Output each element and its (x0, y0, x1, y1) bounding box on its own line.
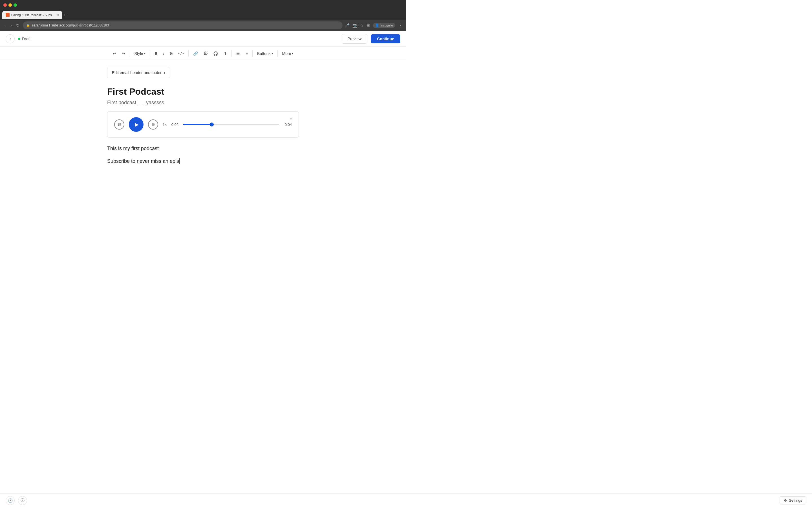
bold-icon: B (155, 51, 158, 56)
editor-area: Edit email header and footer › First Pod… (0, 60, 406, 240)
text-cursor (179, 158, 181, 164)
audio-progress-thumb (210, 122, 214, 126)
redo-icon: ↪ (122, 51, 125, 56)
buttons-chevron-icon: ▾ (271, 52, 273, 55)
nav-forward-btn[interactable]: › (9, 22, 13, 29)
audio-button[interactable]: 🎧 (211, 50, 220, 57)
close-light[interactable] (3, 3, 7, 7)
more-dropdown[interactable]: More ▾ (280, 50, 296, 57)
continue-button[interactable]: Continue (371, 34, 400, 43)
active-tab[interactable]: Editing "First Podcast" - Subs... × (2, 11, 62, 19)
play-button[interactable]: ▶ (129, 117, 144, 132)
fullscreen-light[interactable] (13, 3, 17, 7)
toolbar-sep-4 (232, 50, 232, 57)
post-subtitle[interactable]: First podcast ..... yasssss (107, 100, 299, 106)
image-button[interactable]: 🖼 (201, 50, 210, 57)
bookmark-icon[interactable]: ☆ (360, 23, 364, 27)
post-body-text2: Subscribe to never miss an epis (107, 158, 179, 164)
split-screen-icon[interactable]: ⊞ (366, 23, 370, 27)
forward-label: 30 (151, 123, 154, 126)
audio-icon: 🎧 (213, 51, 218, 56)
back-icon: ‹ (9, 36, 11, 41)
speed-button[interactable]: 1× (163, 122, 167, 127)
profile-btn[interactable]: 👤 Incognito (373, 23, 395, 28)
browser-actions: 🎤 📷 ☆ ⊞ 👤 Incognito ⋮ (345, 23, 403, 28)
bold-button[interactable]: B (153, 50, 160, 57)
toolbar-sep-5 (252, 50, 253, 57)
strikethrough-icon: S (170, 51, 172, 56)
audio-player: 15 ▶ 30 1× 0:02 - (107, 111, 299, 138)
audio-player-wrapper: 15 ▶ 30 1× 0:02 - (107, 111, 299, 138)
editor-inner: Edit email header and footer › First Pod… (107, 67, 299, 170)
edit-header-chevron-icon: › (164, 70, 165, 75)
edit-email-header-button[interactable]: Edit email header and footer › (107, 67, 170, 78)
upload-icon: ⬆ (223, 51, 227, 56)
draft-status-dot (18, 38, 20, 40)
minimize-light[interactable] (8, 3, 12, 7)
address-bar-row: ‹ › ↻ sarahjonas1.substack.com/publish/p… (0, 20, 406, 31)
preview-button[interactable]: Preview (342, 34, 368, 44)
more-label: More (282, 51, 291, 56)
toolbar-sep-3 (188, 50, 189, 57)
draft-badge: Draft (18, 37, 31, 41)
post-title[interactable]: First Podcast (107, 86, 299, 97)
strikethrough-button[interactable]: S (168, 50, 175, 57)
back-button[interactable]: ‹ (6, 34, 15, 43)
camera-icon[interactable]: 📷 (352, 23, 357, 27)
forward-button[interactable]: 30 (148, 119, 158, 129)
image-icon: 🖼 (204, 51, 207, 56)
link-button[interactable]: 🔗 (191, 50, 200, 57)
ol-icon: ≡ (246, 51, 248, 56)
post-body-line2[interactable]: Subscribe to never miss an epis (107, 157, 299, 165)
toolbar-sep-6 (277, 50, 278, 57)
buttons-label: Buttons (257, 51, 270, 56)
audio-progress-bar[interactable] (183, 124, 279, 125)
ul-icon: ☰ (236, 51, 240, 56)
upload-button[interactable]: ⬆ (221, 50, 229, 57)
link-icon: 🔗 (193, 51, 198, 56)
traffic-lights (3, 3, 17, 7)
code-icon: </> (178, 52, 184, 55)
nav-back-btn[interactable]: ‹ (3, 22, 7, 29)
italic-icon: I (163, 51, 164, 56)
tab-close-btn[interactable]: × (57, 13, 59, 17)
more-chevron-icon: ▾ (292, 52, 293, 55)
style-chevron-icon: ▾ (144, 52, 146, 55)
browser-menu-icon[interactable]: ⋮ (398, 23, 403, 28)
new-tab-btn[interactable]: + (63, 12, 66, 17)
mic-icon[interactable]: 🎤 (345, 23, 350, 27)
audio-progress-fill (183, 124, 212, 125)
tab-favicon (6, 13, 10, 17)
code-button[interactable]: </> (176, 50, 186, 57)
redo-button[interactable]: ↪ (119, 50, 128, 57)
play-icon: ▶ (135, 121, 139, 128)
style-dropdown[interactable]: Style ▾ (132, 50, 148, 57)
audio-time-current: 0:02 (171, 122, 179, 127)
rewind-label: 15 (117, 123, 121, 126)
address-bar[interactable]: sarahjonas1.substack.com/publish/post/11… (23, 21, 343, 29)
tab-bar: Editing "First Podcast" - Subs... × + (0, 10, 406, 20)
profile-icon: 👤 (375, 23, 379, 27)
undo-button[interactable]: ↩ (110, 50, 118, 57)
nav-reload-btn[interactable]: ↻ (15, 22, 20, 29)
buttons-dropdown[interactable]: Buttons ▾ (255, 50, 275, 57)
undo-icon: ↩ (113, 51, 116, 56)
profile-label: Incognito (380, 24, 393, 27)
editor-toolbar: ↩ ↪ Style ▾ B I S </> 🔗 🖼 🎧 ⬆ ☰ ≡ Button… (0, 47, 406, 60)
browser-traffic-lights (0, 0, 406, 10)
address-text: sarahjonas1.substack.com/publish/post/11… (32, 23, 109, 27)
toolbar-sep-2 (150, 50, 150, 57)
tab-title: Editing "First Podcast" - Subs... (11, 13, 54, 17)
unordered-list-button[interactable]: ☰ (234, 50, 242, 57)
lock-icon (26, 24, 30, 27)
italic-button[interactable]: I (161, 50, 167, 57)
post-body-line1[interactable]: This is my first podcast (107, 145, 299, 153)
rewind-button[interactable]: 15 (114, 119, 124, 129)
draft-label: Draft (22, 37, 31, 41)
player-menu-icon: ≡ (290, 117, 292, 122)
app-header: ‹ Draft Preview Continue (0, 31, 406, 47)
ordered-list-button[interactable]: ≡ (243, 50, 250, 57)
style-label: Style (135, 51, 143, 56)
edit-header-label: Edit email header and footer (112, 70, 161, 75)
player-menu-button[interactable]: ≡ (287, 115, 296, 124)
